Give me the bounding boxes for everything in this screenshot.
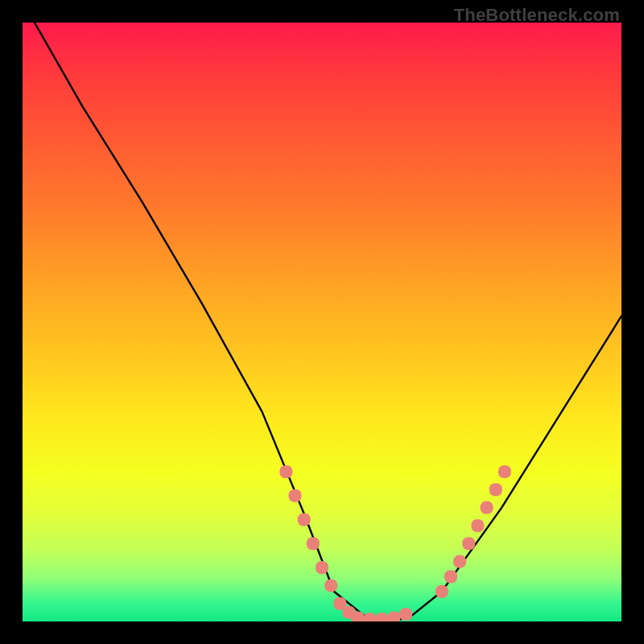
- curve-marker: [375, 613, 388, 621]
- curve-marker: [498, 465, 511, 478]
- curve-marker: [453, 555, 466, 568]
- plot-area: [23, 23, 621, 621]
- chart-svg: [23, 23, 621, 621]
- curve-marker: [279, 465, 292, 478]
- curve-marker: [316, 561, 328, 574]
- curve-marker: [399, 608, 412, 621]
- curve-marker: [307, 537, 320, 550]
- curve-marker: [444, 570, 457, 583]
- curve-marker: [471, 519, 484, 532]
- chart-frame: TheBottleneck.com: [0, 0, 644, 644]
- curve-marker: [324, 579, 337, 592]
- curve-marker: [364, 613, 377, 621]
- curve-marker: [489, 483, 502, 496]
- curve-marker: [481, 502, 493, 514]
- curve-marker: [352, 612, 365, 622]
- curve-marker: [462, 537, 475, 550]
- curve-marker: [289, 489, 302, 502]
- curve-marker: [436, 585, 448, 598]
- curve-marker: [387, 612, 400, 622]
- curve-marker: [298, 514, 311, 526]
- curve-path: [35, 23, 621, 621]
